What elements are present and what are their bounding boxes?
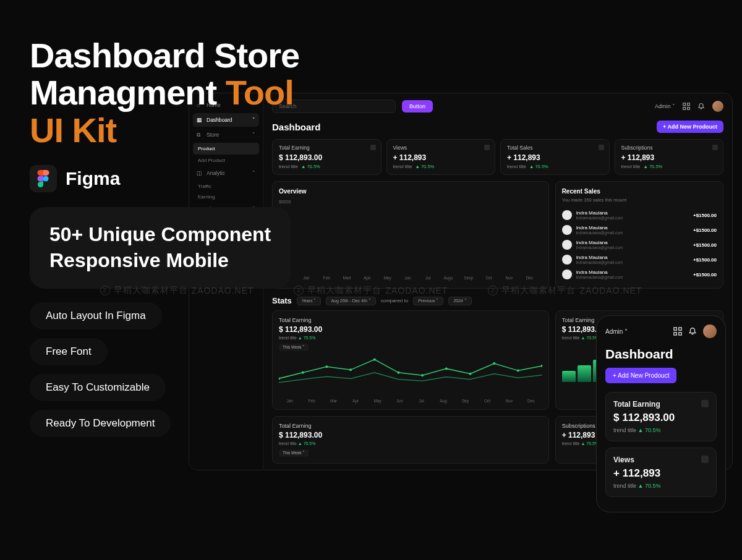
svg-rect-3 (683, 108, 686, 110)
svg-rect-1 (683, 103, 686, 106)
avatar[interactable] (703, 325, 717, 338)
svg-point-13 (469, 373, 471, 375)
mobile-admin[interactable]: Admin ˅ (605, 328, 628, 335)
svg-point-14 (493, 362, 495, 365)
sale-item[interactable]: Indra Maulanaindramaulana@gmail.com+$150… (562, 252, 717, 267)
stat-card-line: Total Earning $ 112,893.00 trend title ▲… (272, 310, 549, 410)
avatar[interactable] (712, 101, 723, 112)
topbar-button[interactable]: Button (402, 100, 433, 112)
sale-item[interactable]: Indra Maulanaindramaulana@gmail.com+$150… (562, 208, 717, 223)
svg-point-16 (540, 365, 542, 367)
kpi-card: Subscriptions+ 112,893trend title ▲ 70.5… (615, 139, 724, 175)
svg-point-15 (517, 370, 519, 372)
figma-label: Figma (66, 168, 120, 189)
card-icon (484, 145, 490, 150)
card-icon (599, 145, 604, 150)
sale-item[interactable]: Indra Maulanaindramaulana@gmail.com+$150… (562, 237, 717, 252)
topbar: Search Button Admin ˅ (272, 100, 723, 113)
avatar (562, 255, 572, 265)
figma-icon (30, 165, 57, 192)
add-product-button[interactable]: + Add New Prodouct (657, 121, 723, 133)
svg-rect-17 (674, 328, 676, 330)
avatar (562, 269, 572, 279)
kpi-card: Views+ 112,893trend title ▲ 70.5% (386, 139, 496, 175)
apps-icon[interactable] (673, 327, 682, 336)
svg-rect-20 (679, 333, 681, 335)
recent-sales-subtitle: You made 350 sales this mount (562, 197, 717, 203)
card-icon (712, 145, 718, 150)
year-chip[interactable]: 2024 ˅ (448, 297, 472, 305)
stats-header: Stats Years ˅ Aug 20th - Dec 4th ˅ compa… (272, 296, 723, 305)
svg-rect-4 (688, 108, 690, 110)
mobile-add-button[interactable]: + Add New Prodouct (605, 368, 676, 383)
kpi-row: Total Earning$ 112,893.00trend title ▲ 7… (272, 139, 723, 175)
feature-pills: Auto Layout In Figma Free Font Easy To C… (30, 302, 299, 437)
svg-point-10 (397, 371, 399, 374)
figma-badge: Figma (30, 165, 299, 192)
pill-item: Easy To Customizable (30, 374, 166, 401)
pill-item: Ready To Development (30, 410, 171, 437)
hero-title: Dashboard Store Managment Tool UI Kit (30, 37, 299, 149)
card-icon (701, 456, 709, 463)
prev-chip[interactable]: Previous ˅ (413, 297, 443, 305)
admin-label[interactable]: Admin ˅ (655, 103, 675, 109)
overview-panel: Overview $8000 $0 JanFebMartApriMayJunJu… (272, 181, 549, 289)
range-chip[interactable]: Aug 20th - Dec 4th ˅ (326, 297, 375, 305)
avatar (562, 225, 572, 235)
bell-icon[interactable] (697, 103, 705, 110)
feature-box: 50+ Unique Component Responsive Mobile (30, 207, 291, 288)
svg-point-7 (325, 365, 328, 368)
line-chart: JanFebMarAprMayJunJulAugSepOctNovDec (279, 355, 542, 403)
pill-item: Free Font (30, 338, 108, 365)
card-icon (701, 400, 709, 407)
svg-point-12 (445, 367, 448, 370)
card-icon (370, 145, 376, 150)
svg-point-11 (421, 374, 424, 376)
svg-rect-2 (688, 103, 690, 106)
mobile-kpi-card: Views + 112,893 trend title ▲ 70.5% (605, 448, 717, 497)
kpi-card: Total Sales+ 112,893trend title ▲ 70.5% (500, 139, 610, 175)
avatar (562, 210, 572, 220)
recent-sales-panel: Recent Sales You made 350 sales this mou… (555, 181, 723, 289)
sale-item[interactable]: Indra Maulanaindramaulana@gmail.com+$150… (562, 223, 717, 237)
page-header: Dashboard + Add New Prodouct (272, 121, 723, 133)
years-chip[interactable]: Years ˅ (297, 297, 322, 305)
svg-point-6 (302, 371, 304, 374)
pill-item: Auto Layout In Figma (30, 302, 162, 329)
svg-point-0 (43, 176, 49, 182)
recent-sales-title: Recent Sales (562, 188, 717, 195)
apps-icon[interactable] (683, 103, 690, 110)
svg-point-8 (349, 368, 352, 371)
svg-rect-19 (674, 333, 676, 335)
mobile-title: Dashboard (605, 347, 717, 362)
mobile-kpi-card: Total Earning $ 112,893.00 trend title ▲… (605, 392, 717, 441)
chevron-down-icon: ˅ (672, 103, 675, 109)
avatar (562, 240, 572, 250)
svg-rect-18 (679, 328, 681, 330)
overview-title: Overview (279, 188, 542, 195)
svg-point-9 (373, 358, 376, 361)
stat-card-bottom-left: Total Earning $ 112,893.00 trend title ▲… (272, 416, 549, 464)
week-chip[interactable]: This Week ˅ (279, 449, 309, 457)
hero-marketing: Dashboard Store Managment Tool UI Kit Fi… (30, 37, 299, 437)
overview-chart: $8000 $0 JanFebMartApriMayJunJulAuguSesp… (279, 200, 542, 280)
sale-item[interactable]: Indra Maulanaindramaulana@gmail.com+$150… (562, 267, 717, 282)
mobile-mockup: Admin ˅ Dashboard + Add New Prodouct Tot… (596, 315, 726, 512)
bell-icon[interactable] (688, 327, 697, 336)
